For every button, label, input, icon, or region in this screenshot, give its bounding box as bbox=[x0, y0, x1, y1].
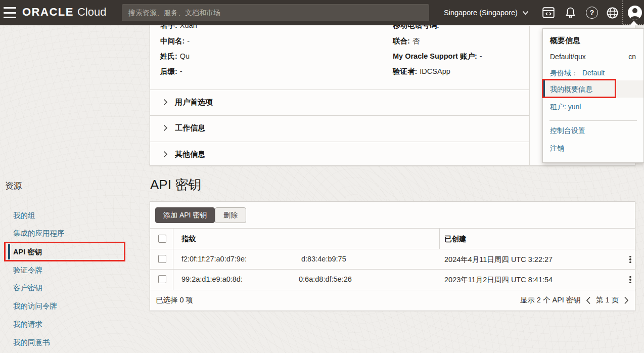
language-button[interactable] bbox=[605, 0, 620, 25]
oracle-cloud-console: 名字:Xuan 移动电话号码: 中间名:- 联合:否 姓氏:Qu My Orac… bbox=[0, 0, 644, 353]
menu-item-tenancy[interactable]: 租户: yunl bbox=[550, 103, 581, 112]
top-navigation-bar: ORACLECloud Singapore (Singapore) ? bbox=[0, 0, 644, 25]
identity-domain-label: 身份域： bbox=[550, 69, 578, 77]
fingerprint-suffix: 0:6a:d8:df:5e:26 bbox=[299, 275, 352, 283]
column-header-fingerprint: 指纹 bbox=[181, 234, 196, 244]
chevron-right-icon bbox=[163, 151, 168, 158]
page-title: API 密钥 bbox=[150, 176, 201, 194]
section-user-preferences[interactable]: 用户首选项 bbox=[150, 97, 529, 107]
fingerprint-prefix: f2:0f:1f:27:a0:d7:9e: bbox=[181, 255, 247, 263]
user-menu-button[interactable] bbox=[628, 6, 642, 20]
sidebar-item-auth-tokens[interactable]: 验证令牌 bbox=[13, 266, 42, 275]
row-actions-button[interactable] bbox=[626, 275, 635, 284]
menu-item-my-profile[interactable]: 我的概要信息 bbox=[543, 80, 643, 98]
field-label: 中间名: bbox=[160, 37, 185, 45]
field-label: 联合: bbox=[393, 37, 410, 45]
field-label: 验证者: bbox=[393, 67, 417, 75]
identity-domain-value: Default bbox=[582, 69, 605, 77]
table-pagination: 显示 2 个 API 密钥 第 1 页 bbox=[520, 295, 629, 305]
created-value: 2024年4月11日周四 UTC 3:22:27 bbox=[444, 255, 553, 264]
results-summary: 显示 2 个 API 密钥 bbox=[520, 295, 581, 305]
fingerprint-value: f2:0f:1f:27:a0:d7:9e: bbox=[181, 255, 247, 263]
sidebar-item-my-requests[interactable]: 我的请求 bbox=[13, 320, 42, 329]
field-federated: 联合:否 bbox=[393, 36, 420, 46]
field-value: - bbox=[187, 37, 190, 45]
field-value: - bbox=[180, 67, 182, 75]
page-indicator: 第 1 页 bbox=[596, 295, 619, 305]
divider bbox=[150, 290, 635, 290]
api-keys-panel: 添加 API 密钥 删除 指纹 已创建 f2:0f:1f:27:a0:d7:9e… bbox=[150, 201, 635, 311]
region-selector[interactable]: Singapore (Singapore) bbox=[444, 0, 529, 25]
add-api-key-button[interactable]: 添加 API 密钥 bbox=[155, 207, 215, 223]
user-avatar-icon bbox=[632, 8, 637, 13]
chevron-right-icon bbox=[163, 124, 168, 131]
oracle-cloud-logo[interactable]: ORACLECloud bbox=[22, 6, 106, 19]
field-suffix: 后缀:- bbox=[160, 67, 182, 76]
dropdown-caret bbox=[630, 21, 638, 25]
resources-title: 资源 bbox=[5, 181, 22, 192]
section-other-information[interactable]: 其他信息 bbox=[150, 149, 529, 159]
sidebar-item-api-keys[interactable]: API 密钥 bbox=[13, 247, 42, 256]
sidebar-item-my-consents[interactable]: 我的同意书 bbox=[13, 338, 50, 347]
field-value: - bbox=[480, 52, 482, 60]
divider bbox=[5, 198, 137, 198]
created-value: 2023年11月2日周四 UTC 8:41:54 bbox=[444, 275, 553, 285]
row-checkbox[interactable] bbox=[158, 255, 166, 263]
field-last-name: 姓氏:Qu bbox=[160, 52, 190, 61]
menu-item-sign-out[interactable]: 注销 bbox=[550, 144, 564, 153]
previous-page-button[interactable] bbox=[586, 296, 591, 304]
developer-tools-button[interactable] bbox=[541, 0, 556, 25]
delete-button[interactable]: 删除 bbox=[215, 207, 246, 223]
section-title: 工作信息 bbox=[175, 123, 205, 133]
selected-indicator bbox=[543, 80, 545, 98]
account-identifier: Default/qux bbox=[550, 53, 586, 61]
sidebar-item-customer-secret-keys[interactable]: 客户密钥 bbox=[13, 283, 42, 292]
navigation-menu-button[interactable] bbox=[4, 7, 17, 18]
divider bbox=[150, 115, 529, 116]
field-mos-account: My Oracle Support 账户:- bbox=[393, 52, 482, 61]
sidebar-item-my-access-tokens[interactable]: 我的访问令牌 bbox=[13, 301, 57, 311]
divider bbox=[150, 142, 529, 142]
divider bbox=[150, 249, 635, 249]
help-button[interactable]: ? bbox=[584, 0, 600, 25]
next-page-button[interactable] bbox=[624, 296, 629, 304]
divider bbox=[150, 228, 635, 229]
divider bbox=[549, 120, 637, 121]
global-search-input[interactable] bbox=[122, 4, 429, 21]
brand-cloud: Cloud bbox=[77, 6, 106, 18]
column-divider bbox=[173, 228, 173, 290]
row-actions-button[interactable] bbox=[626, 255, 635, 264]
column-divider bbox=[439, 228, 440, 249]
help-icon: ? bbox=[586, 7, 598, 19]
panel-edge bbox=[529, 26, 530, 166]
globe-icon bbox=[606, 6, 619, 20]
field-label: 姓氏: bbox=[160, 52, 177, 60]
row-checkbox[interactable] bbox=[158, 275, 166, 283]
brand-oracle: ORACLE bbox=[22, 6, 74, 18]
hamburger-icon bbox=[4, 7, 16, 9]
select-all-checkbox[interactable] bbox=[158, 235, 166, 243]
identity-domain-link[interactable]: 身份域： Default bbox=[550, 69, 605, 78]
divider bbox=[150, 90, 529, 90]
section-title: 其他信息 bbox=[175, 150, 205, 159]
sidebar-item-integrated-applications[interactable]: 集成的应用程序 bbox=[13, 229, 65, 238]
column-header-created: 已创建 bbox=[444, 234, 467, 244]
profile-menu-title: 概要信息 bbox=[550, 36, 580, 46]
field-value: 否 bbox=[412, 37, 420, 45]
dotted-separator bbox=[622, 1, 623, 24]
chevron-right-icon bbox=[163, 99, 168, 106]
menu-item-console-settings[interactable]: 控制台设置 bbox=[550, 126, 585, 136]
bell-icon bbox=[564, 6, 577, 20]
field-middle-name: 中间名:- bbox=[160, 36, 190, 46]
account-identifier-suffix: cn bbox=[628, 53, 636, 61]
fingerprint-prefix: 99:2a:d1:e9:a0:8d: bbox=[181, 275, 243, 283]
field-value: IDCSApp bbox=[420, 67, 450, 75]
section-title: 用户首选项 bbox=[175, 98, 213, 107]
field-label: 后缀: bbox=[160, 67, 177, 75]
notifications-button[interactable] bbox=[563, 0, 578, 25]
region-label: Singapore (Singapore) bbox=[444, 9, 518, 17]
sidebar-item-my-groups[interactable]: 我的组 bbox=[13, 211, 35, 220]
section-work-information[interactable]: 工作信息 bbox=[150, 123, 529, 133]
fingerprint-value: 99:2a:d1:e9:a0:8d: bbox=[181, 275, 243, 283]
profile-menu-dropdown: 概要信息 Default/qux cn 身份域： Default 我的概要信息 … bbox=[542, 28, 644, 163]
